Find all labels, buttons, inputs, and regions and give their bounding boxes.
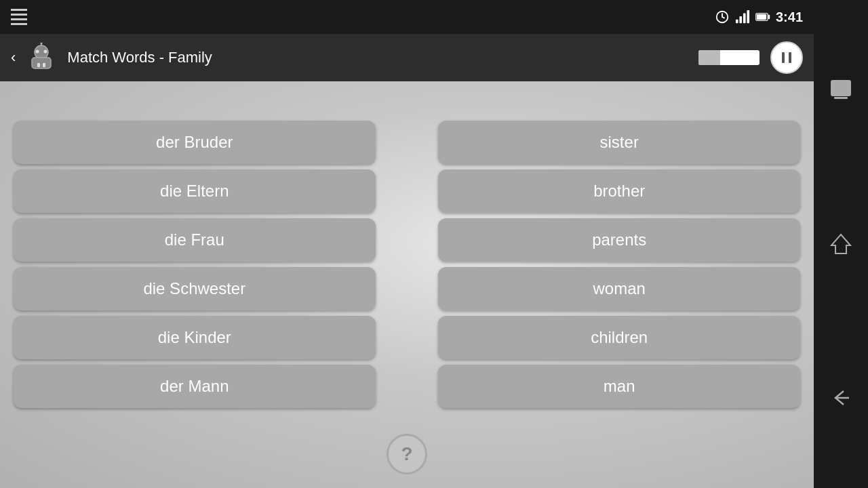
svg-rect-13 bbox=[43, 63, 45, 67]
svg-rect-12 bbox=[37, 63, 40, 67]
app-icon bbox=[26, 43, 56, 73]
status-right: 3:41 bbox=[715, 9, 803, 25]
german-word-button[interactable]: die Eltern bbox=[14, 169, 376, 213]
svg-point-10 bbox=[36, 50, 39, 54]
app-title: Match Words - Family bbox=[67, 49, 688, 66]
svg-rect-17 bbox=[789, 52, 791, 63]
english-word-button[interactable]: brother bbox=[438, 169, 800, 213]
word-columns: der Bruderdie Elterndie Fraudie Schweste… bbox=[0, 81, 814, 488]
action-bar: ‹ Match Words - Family bbox=[0, 34, 814, 81]
svg-point-11 bbox=[44, 50, 47, 54]
clock-icon bbox=[715, 9, 730, 24]
home-button[interactable] bbox=[823, 230, 859, 258]
menu-icon bbox=[11, 9, 27, 25]
svg-rect-4 bbox=[747, 10, 749, 23]
help-label: ? bbox=[401, 443, 412, 465]
progress-bar-fill bbox=[698, 50, 720, 65]
svg-rect-19 bbox=[834, 97, 848, 99]
english-word-button[interactable]: parents bbox=[438, 218, 800, 262]
svg-rect-1 bbox=[736, 20, 738, 23]
signal-icon bbox=[735, 9, 750, 24]
svg-rect-7 bbox=[757, 14, 766, 20]
game-area: der Bruderdie Elterndie Fraudie Schweste… bbox=[0, 81, 814, 488]
german-word-button[interactable]: der Mann bbox=[14, 365, 376, 408]
german-word-button[interactable]: die Kinder bbox=[14, 316, 376, 359]
svg-rect-16 bbox=[782, 52, 785, 63]
english-word-button[interactable]: woman bbox=[438, 267, 800, 310]
english-column: sisterbrotherparentswomanchildrenman bbox=[438, 121, 800, 408]
recent-apps-button[interactable] bbox=[823, 77, 859, 104]
german-word-button[interactable]: der Bruder bbox=[14, 121, 376, 164]
svg-marker-20 bbox=[831, 235, 850, 253]
german-word-button[interactable]: die Frau bbox=[14, 218, 376, 262]
english-word-button[interactable]: children bbox=[438, 316, 800, 359]
time-display: 3:41 bbox=[776, 9, 803, 25]
svg-rect-18 bbox=[831, 81, 850, 96]
svg-rect-9 bbox=[32, 58, 51, 68]
status-left bbox=[11, 9, 27, 25]
help-button[interactable]: ? bbox=[387, 434, 427, 474]
german-word-button[interactable]: die Schwester bbox=[14, 267, 376, 310]
svg-rect-3 bbox=[743, 14, 746, 24]
progress-bar bbox=[698, 50, 760, 65]
main-area: 3:41 ‹ Match Words - Family bbox=[0, 0, 814, 488]
side-nav bbox=[814, 0, 868, 488]
german-column: der Bruderdie Elterndie Fraudie Schweste… bbox=[14, 121, 376, 408]
english-word-button[interactable]: man bbox=[438, 365, 800, 408]
english-word-button[interactable]: sister bbox=[438, 121, 800, 164]
status-bar: 3:41 bbox=[0, 0, 814, 34]
battery-icon bbox=[755, 9, 770, 24]
svg-point-15 bbox=[40, 43, 43, 44]
back-nav-button[interactable] bbox=[823, 384, 859, 411]
svg-rect-2 bbox=[739, 16, 742, 23]
svg-rect-6 bbox=[768, 15, 770, 19]
back-button[interactable]: ‹ bbox=[11, 49, 16, 66]
pause-button[interactable] bbox=[770, 41, 803, 74]
